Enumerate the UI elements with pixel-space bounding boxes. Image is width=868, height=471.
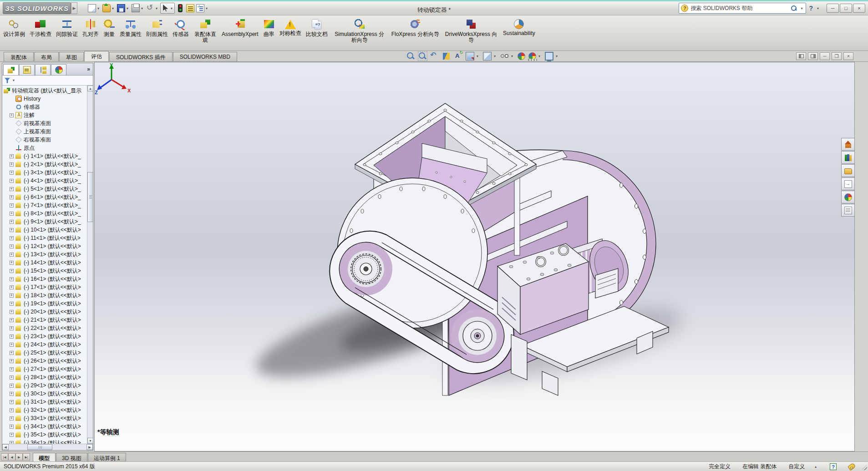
- tree-item[interactable]: + (-) 3<1> (默认<<默认>_: [2, 168, 93, 177]
- ribbon-button[interactable]: 干涉检查: [27, 17, 54, 50]
- tree-item[interactable]: + (-) 15<1> (默认<<默认>: [2, 267, 93, 275]
- ribbon-button[interactable]: 测量: [101, 17, 117, 50]
- tree-item[interactable]: + (-) 12<1> (默认<<默认>: [2, 242, 93, 250]
- expand-icon[interactable]: +: [10, 416, 14, 420]
- tree-item[interactable]: + 上视基准面: [2, 127, 93, 136]
- tab-feature-manager[interactable]: [3, 64, 19, 75]
- headsup-button[interactable]: [442, 52, 451, 61]
- tree-horizontal-scrollbar[interactable]: ◀ ▶: [2, 444, 93, 450]
- headsup-button[interactable]: [430, 52, 439, 61]
- tree-item[interactable]: + (-) 22<1> (默认<<默认>: [2, 324, 93, 332]
- tree-item[interactable]: + (-) 29<1> (默认<<默认>: [2, 381, 93, 390]
- expand-icon[interactable]: +: [10, 162, 14, 167]
- close-button[interactable]: ×: [853, 4, 865, 13]
- expand-icon[interactable]: +: [10, 318, 14, 322]
- qat-button[interactable]: ▾: [87, 3, 101, 13]
- assembly-model[interactable]: [95, 62, 855, 452]
- command-tab[interactable]: 装配体: [4, 52, 34, 61]
- qat-button[interactable]: ▾: [131, 3, 145, 13]
- tree-item[interactable]: + (-) 30<1> (默认<<默认>: [2, 390, 93, 398]
- expand-icon[interactable]: +: [10, 302, 14, 306]
- command-tab[interactable]: SOLIDWORKS MBD: [173, 52, 237, 61]
- qat-button[interactable]: ▾: [102, 3, 116, 13]
- ribbon-button[interactable]: 孔对齐: [80, 17, 101, 50]
- tree-item[interactable]: + (-) 24<1> (默认<<默认>: [2, 340, 93, 349]
- ribbon-button[interactable]: 装配体直观: [191, 17, 219, 50]
- tab-property-manager[interactable]: [19, 64, 35, 75]
- expand-icon[interactable]: +: [10, 310, 14, 314]
- expand-icon[interactable]: +: [10, 425, 14, 429]
- tree-item[interactable]: + (-) 26<1> (默认<<默认>: [2, 357, 93, 365]
- dropdown-arrow-icon[interactable]: ▾: [141, 6, 143, 10]
- expand-icon[interactable]: +: [10, 343, 14, 347]
- tab-next-icon[interactable]: ▶: [15, 453, 23, 461]
- tree-item[interactable]: + 前视基准面: [2, 119, 93, 127]
- tree-item[interactable]: + (-) 31<1> (默认<<默认>: [2, 398, 93, 406]
- scroll-up-icon[interactable]: ▲: [87, 86, 93, 91]
- search-icon[interactable]: [791, 5, 797, 11]
- scroll-left-icon[interactable]: ◀: [2, 444, 9, 450]
- qat-button[interactable]: ▾: [146, 3, 159, 13]
- tree-item[interactable]: + (-) 10<1> (默认<<默认>: [2, 226, 93, 234]
- tree-item[interactable]: + 转动锁定器 (默认<默认_显示: [2, 86, 93, 95]
- expand-icon[interactable]: +: [10, 154, 14, 158]
- expand-icon[interactable]: +: [10, 375, 14, 380]
- filter-dropdown-icon[interactable]: ▾: [13, 78, 15, 82]
- help-dropdown-icon[interactable]: ▾: [817, 6, 819, 10]
- dropdown-arrow-icon[interactable]: ▾: [206, 6, 208, 10]
- split-pane-left-button[interactable]: [796, 52, 806, 60]
- ribbon-button[interactable]: Sustainability: [501, 17, 538, 50]
- qat-button[interactable]: ▾: [117, 3, 130, 13]
- split-pane-right-button[interactable]: [808, 52, 818, 60]
- tree-item[interactable]: + (-) 17<1> (默认<<默认>: [2, 283, 93, 291]
- ribbon-button[interactable]: 比较文档: [304, 17, 330, 50]
- tree-item[interactable]: + (-) 33<1> (默认<<默认>: [2, 414, 93, 422]
- command-tab[interactable]: 布局: [34, 52, 59, 61]
- help-icon[interactable]: ?: [809, 5, 813, 12]
- tree-item[interactable]: + (-) 14<1> (默认<<默认>: [2, 258, 93, 267]
- tree-item[interactable]: + (-) 13<1> (默认<<默认>: [2, 250, 93, 258]
- command-tab[interactable]: SOLIDWORKS 插件: [109, 52, 173, 61]
- expand-icon[interactable]: +: [10, 334, 14, 339]
- ribbon-button[interactable]: FloXpress 分析向导: [389, 17, 442, 50]
- tree-item[interactable]: + (-) 36<1> (默认<<默认>: [2, 439, 93, 444]
- ribbon-button[interactable]: 剖面属性: [144, 17, 170, 50]
- scroll-thumb[interactable]: [27, 444, 52, 450]
- dropdown-arrow-icon[interactable]: ▾: [127, 6, 128, 10]
- expand-icon[interactable]: +: [10, 392, 14, 396]
- command-tab[interactable]: 评估: [84, 51, 109, 61]
- tree-item[interactable]: + 注解: [2, 111, 93, 119]
- expand-icon[interactable]: +: [10, 187, 14, 191]
- dropdown-arrow-icon[interactable]: ▾: [97, 6, 99, 10]
- status-help-icon[interactable]: ?: [830, 463, 837, 470]
- panel-overflow-chevron[interactable]: »: [87, 66, 90, 72]
- headsup-button[interactable]: [518, 52, 525, 60]
- ribbon-button[interactable]: 间隙验证: [54, 17, 80, 50]
- tree-item[interactable]: + (-) 21<1> (默认<<默认>: [2, 316, 93, 324]
- tree-item[interactable]: + (-) 9<1> (默认<<默认>_: [2, 218, 93, 226]
- tree-item[interactable]: + (-) 19<1> (默认<<默认>: [2, 299, 93, 308]
- headsup-button[interactable]: ▾: [545, 52, 559, 61]
- expand-icon[interactable]: +: [10, 261, 14, 265]
- tree-item[interactable]: + (-) 2<1> (默认<<默认>_: [2, 160, 93, 168]
- scroll-right-icon[interactable]: ▶: [86, 444, 93, 450]
- expand-icon[interactable]: +: [10, 433, 14, 437]
- task-pane-button[interactable]: [841, 138, 854, 151]
- ribbon-button[interactable]: 设计算例: [1, 17, 27, 50]
- doc-minimize-button[interactable]: ─: [820, 52, 830, 60]
- menu-flyout-arrow[interactable]: ▶: [71, 2, 77, 14]
- tree-item[interactable]: + (-) 23<1> (默认<<默认>: [2, 332, 93, 340]
- tree-item[interactable]: + (-) 11<1> (默认<<默认>: [2, 234, 93, 242]
- headsup-button[interactable]: [418, 52, 427, 61]
- dropdown-arrow-icon[interactable]: ▾: [112, 6, 114, 10]
- expand-icon[interactable]: +: [10, 285, 14, 289]
- search-dropdown-icon[interactable]: ▾: [801, 6, 802, 10]
- tree-item[interactable]: + (-) 6<1> (默认<<默认>_: [2, 193, 93, 201]
- qat-button[interactable]: ▾: [160, 3, 175, 14]
- qat-button[interactable]: [176, 3, 185, 13]
- tree-item[interactable]: + (-) 8<1> (默认<<默认>_: [2, 209, 93, 218]
- dropdown-arrow-icon[interactable]: ▾: [156, 6, 157, 10]
- expand-icon[interactable]: +: [10, 367, 14, 371]
- tree-item[interactable]: + (-) 18<1> (默认<<默认>: [2, 291, 93, 299]
- document-tab[interactable]: 运动算例 1: [88, 453, 126, 461]
